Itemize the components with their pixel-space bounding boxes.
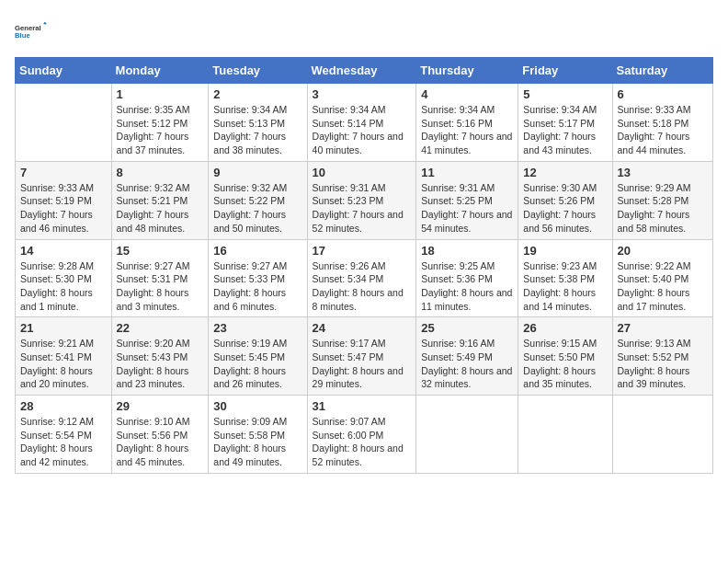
logo-icon: General Blue	[15, 15, 48, 48]
calendar-cell: 16 Sunrise: 9:27 AMSunset: 5:33 PMDaylig…	[209, 239, 307, 317]
calendar-week-row: 14 Sunrise: 9:28 AMSunset: 5:30 PMDaylig…	[16, 239, 713, 317]
weekday-header: Thursday	[416, 58, 518, 84]
day-detail: Sunrise: 9:20 AMSunset: 5:43 PMDaylight:…	[117, 337, 204, 391]
calendar-cell: 26 Sunrise: 9:15 AMSunset: 5:50 PMDaylig…	[518, 317, 612, 396]
day-number: 4	[421, 87, 513, 101]
calendar-cell: 19 Sunrise: 9:23 AMSunset: 5:38 PMDaylig…	[518, 239, 612, 317]
day-detail: Sunrise: 9:19 AMSunset: 5:45 PMDaylight:…	[213, 337, 301, 391]
day-number: 26	[523, 321, 607, 335]
calendar-cell: 18 Sunrise: 9:25 AMSunset: 5:36 PMDaylig…	[416, 239, 518, 317]
day-detail: Sunrise: 9:12 AMSunset: 5:54 PMDaylight:…	[20, 415, 107, 469]
weekday-header: Wednesday	[307, 58, 416, 84]
day-number: 10	[313, 166, 412, 179]
svg-marker-2	[43, 22, 47, 25]
calendar-cell: 21 Sunrise: 9:21 AMSunset: 5:41 PMDaylig…	[16, 317, 112, 396]
day-number: 19	[523, 244, 607, 258]
day-detail: Sunrise: 9:35 AMSunset: 5:12 PMDaylight:…	[117, 103, 204, 157]
calendar-week-row: 21 Sunrise: 9:21 AMSunset: 5:41 PMDaylig…	[16, 317, 713, 396]
svg-text:Blue: Blue	[15, 31, 30, 40]
calendar-cell: 14 Sunrise: 9:28 AMSunset: 5:30 PMDaylig…	[16, 239, 112, 317]
day-number: 14	[20, 244, 107, 258]
day-detail: Sunrise: 9:30 AMSunset: 5:26 PMDaylight:…	[523, 181, 607, 236]
weekday-header: Saturday	[612, 58, 712, 84]
calendar-cell: 8 Sunrise: 9:32 AMSunset: 5:21 PMDayligh…	[111, 161, 209, 239]
day-detail: Sunrise: 9:07 AMSunset: 6:00 PMDaylight:…	[313, 415, 412, 469]
calendar-cell: 13 Sunrise: 9:29 AMSunset: 5:28 PMDaylig…	[612, 161, 712, 239]
weekday-header: Tuesday	[209, 58, 307, 84]
day-number: 29	[117, 399, 204, 413]
calendar-cell: 7 Sunrise: 9:33 AMSunset: 5:19 PMDayligh…	[16, 161, 112, 239]
calendar-cell: 27 Sunrise: 9:13 AMSunset: 5:52 PMDaylig…	[612, 317, 712, 396]
day-number: 24	[313, 321, 412, 335]
day-number: 9	[213, 166, 301, 179]
day-detail: Sunrise: 9:26 AMSunset: 5:34 PMDaylight:…	[313, 259, 412, 314]
calendar-cell	[416, 396, 518, 474]
weekday-header: Sunday	[16, 58, 112, 84]
day-detail: Sunrise: 9:10 AMSunset: 5:56 PMDaylight:…	[117, 415, 204, 469]
day-number: 20	[618, 244, 708, 258]
day-number: 23	[213, 321, 301, 335]
day-detail: Sunrise: 9:15 AMSunset: 5:50 PMDaylight:…	[523, 337, 607, 391]
calendar-cell: 9 Sunrise: 9:32 AMSunset: 5:22 PMDayligh…	[209, 161, 307, 239]
header-row: SundayMondayTuesdayWednesdayThursdayFrid…	[16, 58, 713, 84]
calendar-week-row: 7 Sunrise: 9:33 AMSunset: 5:19 PMDayligh…	[16, 161, 713, 239]
day-detail: Sunrise: 9:29 AMSunset: 5:28 PMDaylight:…	[618, 181, 708, 236]
calendar-cell: 31 Sunrise: 9:07 AMSunset: 6:00 PMDaylig…	[307, 396, 416, 474]
calendar-cell: 24 Sunrise: 9:17 AMSunset: 5:47 PMDaylig…	[307, 317, 416, 396]
calendar-cell: 17 Sunrise: 9:26 AMSunset: 5:34 PMDaylig…	[307, 239, 416, 317]
day-number: 16	[213, 244, 301, 258]
day-number: 31	[313, 399, 412, 413]
calendar-cell: 10 Sunrise: 9:31 AMSunset: 5:23 PMDaylig…	[307, 161, 416, 239]
svg-text:General: General	[15, 24, 41, 32]
calendar-cell	[612, 396, 712, 474]
day-number: 13	[618, 166, 708, 179]
day-detail: Sunrise: 9:32 AMSunset: 5:21 PMDaylight:…	[117, 181, 204, 236]
logo: General Blue	[15, 15, 48, 48]
day-detail: Sunrise: 9:33 AMSunset: 5:18 PMDaylight:…	[618, 103, 708, 157]
day-detail: Sunrise: 9:31 AMSunset: 5:23 PMDaylight:…	[313, 181, 412, 236]
calendar-cell: 6 Sunrise: 9:33 AMSunset: 5:18 PMDayligh…	[612, 84, 712, 162]
day-detail: Sunrise: 9:28 AMSunset: 5:30 PMDaylight:…	[20, 259, 107, 314]
day-detail: Sunrise: 9:13 AMSunset: 5:52 PMDaylight:…	[618, 337, 708, 391]
weekday-header: Friday	[518, 58, 612, 84]
calendar-cell	[518, 396, 612, 474]
day-number: 18	[421, 244, 513, 258]
day-detail: Sunrise: 9:34 AMSunset: 5:14 PMDaylight:…	[313, 103, 412, 157]
calendar-cell: 4 Sunrise: 9:34 AMSunset: 5:16 PMDayligh…	[416, 84, 518, 162]
day-detail: Sunrise: 9:21 AMSunset: 5:41 PMDaylight:…	[20, 337, 107, 391]
day-number: 7	[20, 166, 107, 179]
day-number: 21	[20, 321, 107, 335]
calendar-cell: 12 Sunrise: 9:30 AMSunset: 5:26 PMDaylig…	[518, 161, 612, 239]
day-detail: Sunrise: 9:17 AMSunset: 5:47 PMDaylight:…	[313, 337, 412, 391]
calendar-cell: 30 Sunrise: 9:09 AMSunset: 5:58 PMDaylig…	[209, 396, 307, 474]
day-number: 30	[213, 399, 301, 413]
calendar-cell: 29 Sunrise: 9:10 AMSunset: 5:56 PMDaylig…	[111, 396, 209, 474]
day-detail: Sunrise: 9:34 AMSunset: 5:17 PMDaylight:…	[523, 103, 607, 157]
day-detail: Sunrise: 9:22 AMSunset: 5:40 PMDaylight:…	[618, 259, 708, 314]
day-detail: Sunrise: 9:23 AMSunset: 5:38 PMDaylight:…	[523, 259, 607, 314]
calendar-cell: 3 Sunrise: 9:34 AMSunset: 5:14 PMDayligh…	[307, 84, 416, 162]
calendar-cell: 2 Sunrise: 9:34 AMSunset: 5:13 PMDayligh…	[209, 84, 307, 162]
day-detail: Sunrise: 9:27 AMSunset: 5:33 PMDaylight:…	[213, 259, 301, 314]
day-number: 22	[117, 321, 204, 335]
calendar-cell: 11 Sunrise: 9:31 AMSunset: 5:25 PMDaylig…	[416, 161, 518, 239]
day-number: 17	[313, 244, 412, 258]
day-detail: Sunrise: 9:27 AMSunset: 5:31 PMDaylight:…	[117, 259, 204, 314]
calendar-cell: 5 Sunrise: 9:34 AMSunset: 5:17 PMDayligh…	[518, 84, 612, 162]
day-number: 6	[618, 87, 708, 101]
calendar-cell: 22 Sunrise: 9:20 AMSunset: 5:43 PMDaylig…	[111, 317, 209, 396]
day-detail: Sunrise: 9:25 AMSunset: 5:36 PMDaylight:…	[421, 259, 513, 314]
calendar-cell: 28 Sunrise: 9:12 AMSunset: 5:54 PMDaylig…	[16, 396, 112, 474]
day-number: 2	[213, 87, 301, 101]
calendar-cell: 20 Sunrise: 9:22 AMSunset: 5:40 PMDaylig…	[612, 239, 712, 317]
day-number: 8	[117, 166, 204, 179]
calendar-cell: 15 Sunrise: 9:27 AMSunset: 5:31 PMDaylig…	[111, 239, 209, 317]
page-header: General Blue	[15, 15, 713, 48]
day-number: 27	[618, 321, 708, 335]
day-detail: Sunrise: 9:16 AMSunset: 5:49 PMDaylight:…	[421, 337, 513, 391]
day-number: 12	[523, 166, 607, 179]
day-number: 15	[117, 244, 204, 258]
calendar-table: SundayMondayTuesdayWednesdayThursdayFrid…	[15, 57, 713, 474]
calendar-cell: 25 Sunrise: 9:16 AMSunset: 5:49 PMDaylig…	[416, 317, 518, 396]
day-detail: Sunrise: 9:09 AMSunset: 5:58 PMDaylight:…	[213, 415, 301, 469]
